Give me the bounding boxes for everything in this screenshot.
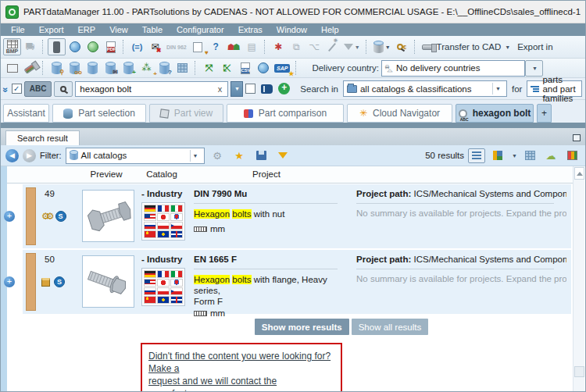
cart-button[interactable]: ⛟ bbox=[21, 38, 39, 55]
web-globe-button[interactable] bbox=[84, 38, 102, 55]
pdf-export-button[interactable]: PDF bbox=[102, 38, 120, 55]
mail-error-button[interactable]: ✉✖ bbox=[146, 38, 164, 55]
search-input[interactable] bbox=[80, 84, 216, 94]
delivery-country-select[interactable]: ⛍ No delivery countries bbox=[381, 60, 525, 77]
tab-part-view[interactable]: Part view bbox=[149, 104, 223, 123]
filter-dropdown-button[interactable]: ▼ bbox=[341, 38, 363, 55]
back-button[interactable]: ◀ bbox=[5, 149, 19, 162]
save-favorite-button[interactable]: ★ bbox=[230, 147, 248, 164]
table-view-button[interactable] bbox=[173, 59, 191, 77]
scroll-up-button[interactable] bbox=[574, 167, 584, 180]
add-search-button[interactable]: + bbox=[278, 83, 290, 94]
search-button[interactable] bbox=[54, 81, 73, 97]
table-view-button[interactable] bbox=[521, 148, 538, 163]
result-row-50[interactable]: + 50 S - Industry bbox=[23, 250, 571, 314]
delivery-country-dropdown-button[interactable]: ▼ bbox=[525, 60, 543, 77]
din-962-button[interactable]: DIN 962 bbox=[164, 38, 189, 55]
result-row-49[interactable]: + 49 ⚙⚙ S - Industry bbox=[23, 184, 571, 248]
text-search-toggle-button[interactable]: ABC bbox=[24, 81, 52, 97]
menu-item-erp[interactable]: ERP bbox=[71, 23, 103, 36]
excel-export-button[interactable]: ⤧ bbox=[200, 59, 218, 77]
collapse-chevrons-icon[interactable]: » bbox=[0, 87, 11, 91]
db-mail-button[interactable]: ✉ bbox=[102, 59, 120, 77]
excel-import-button[interactable]: ⤪ bbox=[218, 59, 236, 77]
catalog-name[interactable]: - Industry bbox=[141, 189, 182, 198]
clear-search-button[interactable]: x bbox=[216, 84, 224, 94]
export-in-button[interactable]: Export in bbox=[513, 38, 557, 55]
tab-search-hexagon-bolt[interactable]: hexagon bolt bbox=[456, 104, 534, 123]
new-search-tab-button[interactable]: + bbox=[537, 104, 552, 123]
users-button[interactable]: ☗☗ bbox=[225, 38, 243, 55]
filter-settings-button[interactable]: ⚙ bbox=[209, 147, 227, 164]
hierarchy-button[interactable]: ⌥ bbox=[306, 38, 323, 55]
export-bmp-button[interactable]: BMP bbox=[3, 38, 21, 55]
project-title[interactable]: DIN 7990 Mu bbox=[194, 189, 247, 198]
catalog-name[interactable]: - Industry bbox=[141, 255, 182, 264]
search-for-select[interactable]: parts and part families bbox=[527, 80, 582, 97]
tab-part-selection[interactable]: Part selection bbox=[52, 104, 146, 123]
expand-row-button[interactable]: + bbox=[4, 211, 15, 222]
help-button[interactable]: ? bbox=[207, 38, 225, 55]
save-filter-button[interactable] bbox=[274, 147, 292, 164]
search-in-select[interactable]: all catalogs & classifications ▼ bbox=[343, 80, 507, 97]
tree-add-button[interactable]: ⁂+ bbox=[138, 59, 155, 77]
search-history-dropdown-button[interactable]: ▼ bbox=[230, 81, 243, 97]
db-login-button[interactable]: ⚲ bbox=[48, 59, 66, 77]
expand-row-button[interactable]: + bbox=[4, 276, 15, 287]
part-3d-dropdown-button[interactable]: ▼ bbox=[371, 38, 393, 55]
menu-item-configurator[interactable]: Configurator bbox=[170, 23, 231, 36]
dropdown-arrow-icon[interactable]: ▼ bbox=[190, 150, 201, 162]
search-option-checkbox-checked[interactable]: ✓ bbox=[12, 84, 22, 94]
properties-button[interactable] bbox=[3, 59, 21, 77]
show-all-results-button[interactable]: Show all results bbox=[352, 319, 429, 335]
tab-assistant[interactable]: Assistant bbox=[3, 104, 49, 123]
calendar-favorite-button[interactable]: ♥ bbox=[189, 38, 207, 55]
db-query-button[interactable]: ? bbox=[155, 59, 173, 77]
part-preview[interactable] bbox=[82, 255, 134, 308]
bolt-tool-button[interactable] bbox=[21, 59, 39, 77]
scroll-thumb[interactable] bbox=[574, 366, 584, 377]
equal-parts-button[interactable]: (=) bbox=[128, 38, 146, 55]
filter-catalog-select[interactable]: All catalogs ▼ bbox=[66, 148, 205, 164]
menu-item-view[interactable]: View bbox=[102, 23, 135, 36]
menu-item-extras[interactable]: Extras bbox=[231, 23, 270, 36]
update-globe-button[interactable] bbox=[66, 38, 84, 55]
cloud-view-button[interactable]: ☁ bbox=[542, 148, 559, 163]
transfer-to-cad-button[interactable]: Transfer to CAD▼ bbox=[420, 38, 513, 55]
float-panel-icon[interactable] bbox=[573, 134, 581, 141]
menu-item-export[interactable]: Export bbox=[32, 23, 71, 36]
project-title[interactable]: EN 1665 F bbox=[194, 255, 237, 264]
columns-view-button[interactable] bbox=[563, 148, 581, 163]
db-users-button[interactable]: oo bbox=[66, 59, 84, 77]
thumbnail-view-button[interactable] bbox=[489, 148, 506, 163]
shelf-button[interactable]: ▤ bbox=[243, 38, 261, 55]
list-view-button[interactable] bbox=[468, 148, 485, 163]
column-header-preview[interactable]: Preview bbox=[75, 169, 138, 179]
menu-item-window[interactable]: Window bbox=[270, 23, 314, 36]
search-option-checkbox-unchecked[interactable] bbox=[245, 84, 255, 94]
menu-item-file[interactable]: File bbox=[4, 23, 32, 36]
device-button[interactable] bbox=[48, 38, 66, 55]
thumbnail-view-dropdown[interactable]: ▼ bbox=[512, 153, 517, 159]
web-button[interactable] bbox=[254, 59, 272, 77]
forward-button[interactable]: ▶ bbox=[23, 149, 36, 162]
dropdown-arrow-icon[interactable]: ▼ bbox=[492, 83, 503, 94]
tab-cloud-navigator[interactable]: ✳Cloud Navigator bbox=[347, 104, 452, 123]
price-search-button[interactable]: € bbox=[393, 38, 411, 55]
db-button[interactable] bbox=[84, 59, 102, 77]
box-export-button[interactable]: ⧉ bbox=[288, 38, 306, 55]
column-header-catalog[interactable]: Catalog bbox=[138, 169, 186, 179]
manufacturer-request-link[interactable]: Didn't find the content you were looking… bbox=[148, 350, 334, 392]
sap-button[interactable]: SAP★ bbox=[272, 59, 292, 77]
search-result-panel-tab[interactable]: Search result bbox=[5, 130, 80, 145]
menu-item-help[interactable]: Help bbox=[314, 23, 346, 36]
column-header-project[interactable]: Project bbox=[188, 169, 345, 179]
menu-item-table[interactable]: Table bbox=[135, 23, 170, 36]
csv-button[interactable]: CSV bbox=[236, 59, 254, 77]
show-more-results-button[interactable]: Show more results bbox=[255, 319, 349, 335]
paint-button[interactable]: ✱ bbox=[270, 38, 288, 55]
catalog-book-button[interactable] bbox=[258, 80, 276, 98]
save-search-button[interactable] bbox=[252, 147, 270, 164]
vertical-scrollbar[interactable] bbox=[573, 166, 584, 391]
db-add-button[interactable]: + bbox=[120, 59, 138, 77]
